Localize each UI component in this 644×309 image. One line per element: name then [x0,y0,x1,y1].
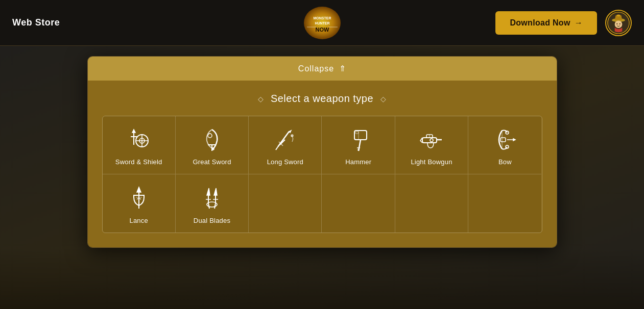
sword-shield-icon [125,125,153,154]
weapon-name-lance: Lance [129,217,148,224]
weapon-cell-light-bowgun[interactable]: Light Bowgun [395,116,468,174]
weapon-name-great-sword: Great Sword [193,158,231,166]
weapon-body: ◇ Select a weapon type ◇ [88,81,557,247]
great-sword-icon [198,125,226,154]
svg-line-25 [276,147,278,150]
svg-point-11 [619,23,621,24]
header-left: Web Store [12,17,60,28]
svg-marker-14 [132,130,135,133]
weapon-cell-empty-4 [468,174,541,233]
diamond-left-icon: ◇ [258,95,264,103]
weapon-cell-empty-2 [322,174,395,233]
dual-blades-icon [198,184,226,213]
user-avatar[interactable] [605,10,632,36]
weapon-name-sword-shield: Sword & Shield [115,158,162,166]
svg-text:MONSTER: MONSTER [313,16,331,20]
weapon-cell-great-sword[interactable]: Great Sword [176,116,249,174]
collapse-bar[interactable]: Collapse ⇑ [88,57,557,81]
light-bowgun-icon [417,125,446,154]
header-right: Download Now → [495,10,632,36]
weapon-selector-modal: Collapse ⇑ ◇ Select a weapon type ◇ [87,56,557,248]
svg-point-22 [208,134,212,138]
svg-point-26 [291,135,293,137]
weapon-cell-empty-3 [395,174,468,233]
weapon-name-long-sword: Long Sword [267,158,303,166]
svg-marker-41 [513,139,515,141]
header: Web Store MONSTER HUNTER NOW [0,0,644,46]
weapon-cell-empty-1 [249,174,322,233]
main-content: Collapse ⇑ ◇ Select a weapon type ◇ [0,46,644,309]
bow-icon [491,125,519,154]
select-title-row: ◇ Select a weapon type ◇ [102,93,542,105]
svg-rect-29 [355,132,359,134]
svg-line-54 [214,203,216,209]
weapon-grid: Sword & Shield [102,116,542,233]
weapon-name-bow: Bow [498,158,512,166]
download-button[interactable]: Download Now → [495,11,597,35]
svg-point-10 [616,23,617,24]
logo: MONSTER HUNTER NOW [302,5,343,41]
hammer-icon [344,125,373,154]
long-sword-icon [271,125,299,154]
weapon-cell-long-sword[interactable]: Long Sword [249,116,322,174]
logo-svg: MONSTER HUNTER NOW [302,5,343,41]
weapon-name-hammer: Hammer [345,158,371,166]
weapon-cell-bow[interactable]: Bow [468,116,541,174]
lance-icon [125,184,153,213]
web-store-title: Web Store [12,17,60,28]
weapon-cell-hammer[interactable]: Hammer [322,116,395,174]
collapse-label: Collapse [298,64,334,73]
weapon-cell-dual-blades[interactable]: Dual Blades [176,174,249,233]
svg-point-8 [616,14,620,16]
svg-point-21 [212,148,214,150]
svg-line-30 [359,140,361,151]
bottom-fade [0,248,644,309]
header-center: MONSTER HUNTER NOW [302,5,343,41]
svg-rect-39 [500,138,506,142]
weapon-cell-lance[interactable]: Lance [103,174,176,233]
avatar-svg [607,12,630,34]
svg-marker-45 [137,187,141,192]
diamond-right-icon: ◇ [380,95,386,103]
svg-text:HUNTER: HUNTER [315,21,329,25]
weapon-name-dual-blades: Dual Blades [194,217,230,224]
select-weapon-title: Select a weapon type [271,93,373,105]
svg-rect-33 [422,138,437,143]
weapon-cell-sword-shield[interactable]: Sword & Shield [103,116,176,174]
svg-rect-27 [354,131,367,140]
weapon-name-light-bowgun: Light Bowgun [411,158,452,166]
collapse-icon: ⇑ [339,64,346,73]
svg-line-53 [208,203,209,209]
svg-point-9 [615,20,623,28]
svg-point-37 [430,139,433,142]
svg-text:NOW: NOW [315,27,329,33]
